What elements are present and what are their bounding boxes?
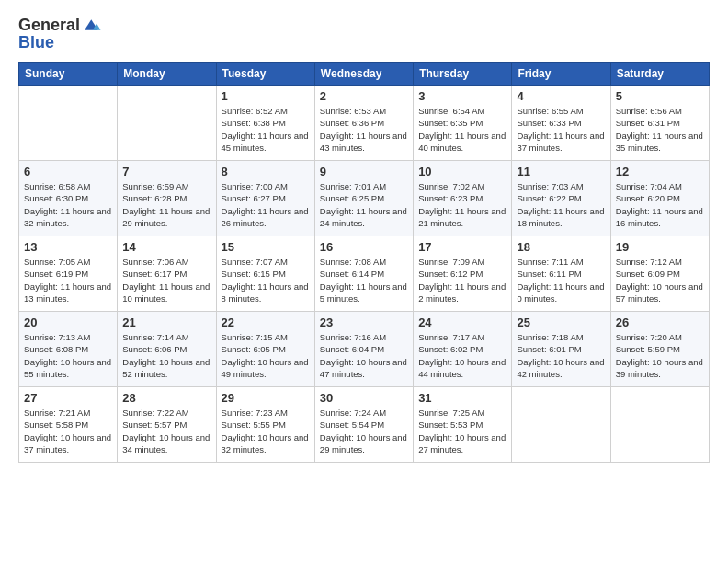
day-info: Sunrise: 7:08 AM Sunset: 6:14 PM Dayligh… <box>320 256 408 304</box>
day-number: 14 <box>122 240 210 254</box>
calendar-cell: 22Sunrise: 7:15 AM Sunset: 6:05 PM Dayli… <box>216 312 314 387</box>
weekday-header-sunday: Sunday <box>19 63 118 86</box>
calendar-cell <box>512 387 610 463</box>
calendar-cell <box>19 86 118 161</box>
calendar-cell: 2Sunrise: 6:53 AM Sunset: 6:36 PM Daylig… <box>314 86 413 161</box>
calendar-cell: 15Sunrise: 7:07 AM Sunset: 6:15 PM Dayli… <box>216 236 314 312</box>
day-number: 28 <box>122 391 210 405</box>
calendar-cell: 24Sunrise: 7:17 AM Sunset: 6:02 PM Dayli… <box>414 312 512 387</box>
day-number: 20 <box>24 316 112 329</box>
day-info: Sunrise: 7:18 AM Sunset: 6:01 PM Dayligh… <box>517 331 605 380</box>
day-info: Sunrise: 7:05 AM Sunset: 6:19 PM Dayligh… <box>24 256 112 304</box>
calendar-cell: 12Sunrise: 7:04 AM Sunset: 6:20 PM Dayli… <box>610 161 709 236</box>
calendar-cell: 17Sunrise: 7:09 AM Sunset: 6:12 PM Dayli… <box>414 236 512 312</box>
calendar-cell: 6Sunrise: 6:58 AM Sunset: 6:30 PM Daylig… <box>19 161 118 236</box>
day-number: 18 <box>517 240 605 254</box>
calendar-cell: 13Sunrise: 7:05 AM Sunset: 6:19 PM Dayli… <box>19 236 118 312</box>
week-row-1: 1Sunrise: 6:52 AM Sunset: 6:38 PM Daylig… <box>19 86 710 161</box>
day-number: 23 <box>320 316 408 329</box>
day-number: 30 <box>320 391 408 405</box>
day-info: Sunrise: 7:15 AM Sunset: 6:05 PM Dayligh… <box>222 331 310 380</box>
calendar-cell: 19Sunrise: 7:12 AM Sunset: 6:09 PM Dayli… <box>610 236 709 312</box>
day-info: Sunrise: 7:11 AM Sunset: 6:11 PM Dayligh… <box>517 256 605 304</box>
weekday-header-row: SundayMondayTuesdayWednesdayThursdayFrid… <box>19 63 710 86</box>
day-info: Sunrise: 7:16 AM Sunset: 6:04 PM Dayligh… <box>320 331 408 380</box>
day-info: Sunrise: 6:56 AM Sunset: 6:31 PM Dayligh… <box>616 105 704 154</box>
week-row-3: 13Sunrise: 7:05 AM Sunset: 6:19 PM Dayli… <box>19 236 710 312</box>
calendar-cell: 25Sunrise: 7:18 AM Sunset: 6:01 PM Dayli… <box>512 312 610 387</box>
day-number: 3 <box>418 89 506 103</box>
weekday-header-thursday: Thursday <box>414 63 512 86</box>
calendar-cell: 9Sunrise: 7:01 AM Sunset: 6:25 PM Daylig… <box>314 161 413 236</box>
day-number: 25 <box>517 316 605 329</box>
day-number: 8 <box>222 165 310 178</box>
day-number: 24 <box>418 316 506 329</box>
day-info: Sunrise: 6:55 AM Sunset: 6:33 PM Dayligh… <box>517 105 605 154</box>
calendar-cell: 28Sunrise: 7:22 AM Sunset: 5:57 PM Dayli… <box>118 387 216 463</box>
calendar-cell: 27Sunrise: 7:21 AM Sunset: 5:58 PM Dayli… <box>19 387 118 463</box>
day-number: 29 <box>222 391 310 405</box>
calendar-cell <box>610 387 709 463</box>
calendar-cell: 16Sunrise: 7:08 AM Sunset: 6:14 PM Dayli… <box>314 236 413 312</box>
calendar-cell: 3Sunrise: 6:54 AM Sunset: 6:35 PM Daylig… <box>414 86 512 161</box>
day-info: Sunrise: 6:52 AM Sunset: 6:38 PM Dayligh… <box>222 105 310 154</box>
weekday-header-wednesday: Wednesday <box>314 63 413 86</box>
day-number: 4 <box>517 89 605 103</box>
day-info: Sunrise: 6:58 AM Sunset: 6:30 PM Dayligh… <box>24 180 112 229</box>
calendar-cell: 11Sunrise: 7:03 AM Sunset: 6:22 PM Dayli… <box>512 161 610 236</box>
calendar-cell: 20Sunrise: 7:13 AM Sunset: 6:08 PM Dayli… <box>19 312 118 387</box>
calendar-cell: 5Sunrise: 6:56 AM Sunset: 6:31 PM Daylig… <box>610 86 709 161</box>
day-number: 26 <box>616 316 704 329</box>
day-number: 10 <box>418 165 506 178</box>
day-info: Sunrise: 7:21 AM Sunset: 5:58 PM Dayligh… <box>24 407 112 455</box>
day-number: 9 <box>320 165 408 178</box>
calendar-cell: 4Sunrise: 6:55 AM Sunset: 6:33 PM Daylig… <box>512 86 610 161</box>
day-info: Sunrise: 7:01 AM Sunset: 6:25 PM Dayligh… <box>320 180 408 229</box>
day-number: 13 <box>24 240 112 254</box>
day-number: 17 <box>418 240 506 254</box>
calendar-cell: 14Sunrise: 7:06 AM Sunset: 6:17 PM Dayli… <box>118 236 216 312</box>
day-info: Sunrise: 7:12 AM Sunset: 6:09 PM Dayligh… <box>616 256 704 304</box>
day-number: 1 <box>222 89 310 103</box>
day-number: 7 <box>122 165 210 178</box>
day-number: 16 <box>320 240 408 254</box>
weekday-header-tuesday: Tuesday <box>216 63 314 86</box>
day-info: Sunrise: 7:09 AM Sunset: 6:12 PM Dayligh… <box>418 256 506 304</box>
day-number: 15 <box>222 240 310 254</box>
day-info: Sunrise: 7:17 AM Sunset: 6:02 PM Dayligh… <box>418 331 506 380</box>
weekday-header-saturday: Saturday <box>610 63 709 86</box>
day-info: Sunrise: 7:02 AM Sunset: 6:23 PM Dayligh… <box>418 180 506 229</box>
day-number: 21 <box>122 316 210 329</box>
day-info: Sunrise: 7:00 AM Sunset: 6:27 PM Dayligh… <box>222 180 310 229</box>
calendar-cell: 26Sunrise: 7:20 AM Sunset: 5:59 PM Dayli… <box>610 312 709 387</box>
day-number: 11 <box>517 165 605 178</box>
day-info: Sunrise: 7:20 AM Sunset: 5:59 PM Dayligh… <box>616 331 704 380</box>
calendar-cell: 7Sunrise: 6:59 AM Sunset: 6:28 PM Daylig… <box>118 161 216 236</box>
calendar-cell: 8Sunrise: 7:00 AM Sunset: 6:27 PM Daylig… <box>216 161 314 236</box>
day-number: 27 <box>24 391 112 405</box>
day-info: Sunrise: 7:24 AM Sunset: 5:54 PM Dayligh… <box>320 407 408 455</box>
day-info: Sunrise: 7:06 AM Sunset: 6:17 PM Dayligh… <box>122 256 210 304</box>
day-number: 19 <box>616 240 704 254</box>
day-number: 31 <box>418 391 506 405</box>
day-info: Sunrise: 7:07 AM Sunset: 6:15 PM Dayligh… <box>222 256 310 304</box>
calendar-cell: 21Sunrise: 7:14 AM Sunset: 6:06 PM Dayli… <box>118 312 216 387</box>
logo-icon <box>82 15 102 35</box>
calendar-cell: 31Sunrise: 7:25 AM Sunset: 5:53 PM Dayli… <box>414 387 512 463</box>
logo: General Blue <box>18 15 102 52</box>
calendar-cell: 10Sunrise: 7:02 AM Sunset: 6:23 PM Dayli… <box>414 161 512 236</box>
day-info: Sunrise: 7:03 AM Sunset: 6:22 PM Dayligh… <box>517 180 605 229</box>
calendar-page: General Blue SundayMondayTuesdayWednesda… <box>0 0 728 563</box>
calendar-cell: 23Sunrise: 7:16 AM Sunset: 6:04 PM Dayli… <box>314 312 413 387</box>
day-number: 12 <box>616 165 704 178</box>
calendar-cell: 1Sunrise: 6:52 AM Sunset: 6:38 PM Daylig… <box>216 86 314 161</box>
header: General Blue <box>18 15 710 52</box>
day-number: 6 <box>24 165 112 178</box>
day-info: Sunrise: 7:14 AM Sunset: 6:06 PM Dayligh… <box>122 331 210 380</box>
day-info: Sunrise: 7:22 AM Sunset: 5:57 PM Dayligh… <box>122 407 210 455</box>
week-row-5: 27Sunrise: 7:21 AM Sunset: 5:58 PM Dayli… <box>19 387 710 463</box>
day-info: Sunrise: 7:23 AM Sunset: 5:55 PM Dayligh… <box>222 407 310 455</box>
calendar-table: SundayMondayTuesdayWednesdayThursdayFrid… <box>18 62 710 463</box>
calendar-cell: 18Sunrise: 7:11 AM Sunset: 6:11 PM Dayli… <box>512 236 610 312</box>
logo-blue-text: Blue <box>18 33 102 52</box>
